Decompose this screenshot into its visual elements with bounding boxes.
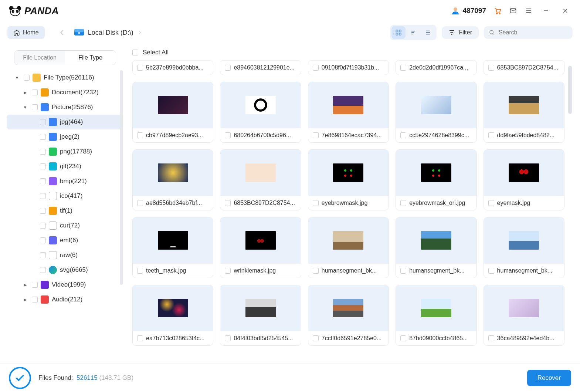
file-card[interactable]: teeth_mask.jpg xyxy=(132,217,213,278)
file-card[interactable]: 7ccff0d6591e2785e0... xyxy=(308,285,389,346)
checkbox[interactable] xyxy=(40,267,46,273)
file-checkbox[interactable] xyxy=(488,200,494,206)
tree-cur[interactable]: cur(72) xyxy=(7,218,121,233)
checkbox[interactable] xyxy=(40,163,46,169)
file-checkbox[interactable] xyxy=(225,335,231,341)
back-button[interactable] xyxy=(55,26,69,39)
file-card[interactable]: e894603812129901e... xyxy=(220,60,301,75)
checkbox[interactable] xyxy=(40,252,46,258)
tree-jpg[interactable]: jpg(464) xyxy=(7,115,121,129)
file-checkbox[interactable] xyxy=(400,132,406,138)
file-card[interactable]: 5b237e899bd0bbba... xyxy=(132,60,213,75)
file-card[interactable]: cc5e2974628e8399c... xyxy=(396,82,476,143)
file-checkbox[interactable] xyxy=(313,268,319,274)
breadcrumb[interactable]: Local Disk (D:\) xyxy=(74,28,142,37)
file-checkbox[interactable] xyxy=(488,65,494,71)
file-card[interactable]: 36ca489592e4ed4b... xyxy=(484,285,564,346)
file-card[interactable]: ea7b713c028653f4c... xyxy=(132,285,213,346)
recover-button[interactable]: Recover xyxy=(527,370,571,386)
file-checkbox[interactable] xyxy=(400,65,406,71)
file-checkbox[interactable] xyxy=(313,200,319,206)
expand-icon[interactable]: ▶ xyxy=(21,297,29,302)
file-checkbox[interactable] xyxy=(400,200,406,206)
file-card[interactable]: 2de0d2d0df19967ca... xyxy=(396,60,476,75)
menu-icon[interactable] xyxy=(525,7,533,15)
file-card[interactable]: humansegment_bk... xyxy=(484,217,564,278)
collapse-icon[interactable]: ▼ xyxy=(21,105,29,109)
tree-document[interactable]: ▶ Document(7232) xyxy=(7,85,121,100)
file-card[interactable]: 09108f0d7f193b31b... xyxy=(308,60,389,75)
tree-audio[interactable]: ▶ Audio(212) xyxy=(7,292,121,307)
checkbox[interactable] xyxy=(40,223,46,229)
cart-icon[interactable] xyxy=(493,7,502,15)
file-checkbox[interactable] xyxy=(313,132,319,138)
collapse-icon[interactable]: ▼ xyxy=(13,75,21,80)
file-card[interactable]: wrinklemask.jpg xyxy=(220,217,301,278)
expand-icon[interactable]: ▶ xyxy=(21,90,29,95)
checkbox[interactable] xyxy=(40,208,46,214)
file-checkbox[interactable] xyxy=(137,132,143,138)
tree-gif[interactable]: gif(234) xyxy=(7,159,121,174)
close-button[interactable] xyxy=(559,5,571,17)
tree-raw[interactable]: raw(6) xyxy=(7,248,121,263)
checkbox[interactable] xyxy=(32,104,38,110)
file-checkbox[interactable] xyxy=(488,268,494,274)
tree-jpeg[interactable]: jpeg(2) xyxy=(7,129,121,144)
file-checkbox[interactable] xyxy=(488,132,494,138)
file-checkbox[interactable] xyxy=(137,268,143,274)
search-input[interactable] xyxy=(499,29,567,36)
file-card[interactable]: humansegment_bk... xyxy=(308,217,389,278)
checkbox[interactable] xyxy=(32,89,38,95)
view-sort-button[interactable] xyxy=(406,26,420,39)
file-checkbox[interactable] xyxy=(225,65,231,71)
tree-tif[interactable]: tif(1) xyxy=(7,203,121,218)
file-card[interactable]: eyebrowmask.jpg xyxy=(308,149,389,210)
tree-ico[interactable]: ico(417) xyxy=(7,189,121,203)
checkbox[interactable] xyxy=(24,75,30,81)
file-checkbox[interactable] xyxy=(137,335,143,341)
checkbox[interactable] xyxy=(40,119,46,125)
tree-svg[interactable]: svg(6665) xyxy=(7,263,121,277)
tree-bmp[interactable]: bmp(221) xyxy=(7,174,121,189)
tree-picture[interactable]: ▼ Picture(25876) xyxy=(7,100,121,115)
mail-icon[interactable] xyxy=(509,7,517,15)
tree-root[interactable]: ▼ File Type(526116) xyxy=(7,70,121,85)
home-button[interactable]: Home xyxy=(7,26,45,39)
file-card[interactable]: 680264b6700c5d96... xyxy=(220,82,301,143)
checkbox[interactable] xyxy=(40,193,46,199)
file-card[interactable]: humansegment_bk... xyxy=(396,217,476,278)
main-scrollbar[interactable] xyxy=(568,66,572,114)
file-checkbox[interactable] xyxy=(313,65,319,71)
checkbox[interactable] xyxy=(32,297,38,303)
file-card[interactable]: 7e8698164ecac7394... xyxy=(308,82,389,143)
file-checkbox[interactable] xyxy=(313,335,319,341)
view-grid-button[interactable] xyxy=(391,26,406,39)
view-list-button[interactable] xyxy=(421,26,435,39)
tree-video[interactable]: ▶ Video(1999) xyxy=(7,277,121,292)
file-card[interactable]: cb977d89ecb2ae93... xyxy=(132,82,213,143)
tab-file-location[interactable]: File Location xyxy=(14,51,65,65)
file-card[interactable]: 6853BC897D2C8754... xyxy=(220,149,301,210)
file-checkbox[interactable] xyxy=(400,335,406,341)
checkbox[interactable] xyxy=(40,149,46,155)
search-box[interactable] xyxy=(484,26,573,39)
file-checkbox[interactable] xyxy=(225,268,231,274)
tree-png[interactable]: png(17788) xyxy=(7,144,121,159)
file-checkbox[interactable] xyxy=(225,132,231,138)
checkbox[interactable] xyxy=(40,178,46,184)
file-card[interactable]: dd9fae59fbded8482... xyxy=(484,82,564,143)
user-badge[interactable]: 487097 xyxy=(451,6,486,15)
checkbox[interactable] xyxy=(40,134,46,140)
checkbox[interactable] xyxy=(32,282,38,288)
file-checkbox[interactable] xyxy=(225,200,231,206)
file-checkbox[interactable] xyxy=(400,268,406,274)
file-checkbox[interactable] xyxy=(137,200,143,206)
file-checkbox[interactable] xyxy=(488,335,494,341)
file-card[interactable]: 6853BC897D2C8754... xyxy=(484,60,564,75)
select-all-checkbox[interactable] xyxy=(132,50,138,55)
tab-file-type[interactable]: File Type xyxy=(65,51,116,65)
sidebar-scrollbar[interactable] xyxy=(120,70,123,285)
file-card[interactable]: 04f4f03bdf5d254545... xyxy=(220,285,301,346)
expand-icon[interactable]: ▶ xyxy=(21,283,29,287)
filter-button[interactable]: Filter xyxy=(442,26,479,39)
